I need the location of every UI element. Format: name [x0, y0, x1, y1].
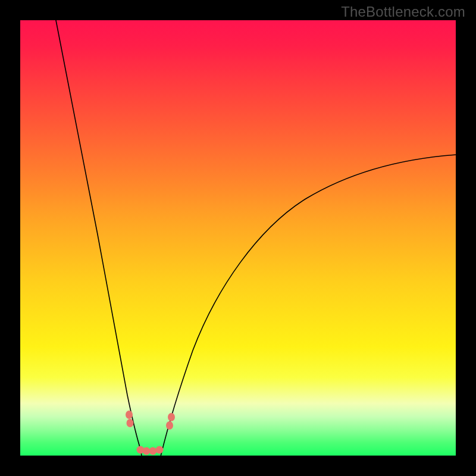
marker-left-pair-bottom — [127, 419, 134, 427]
data-markers — [126, 411, 175, 455]
marker-right-pair-top — [168, 413, 175, 421]
marker-left-pair-top — [126, 411, 133, 419]
curve-left — [55, 17, 142, 456]
curve-right — [161, 155, 456, 456]
marker-right-pair-bottom — [166, 421, 173, 430]
outer-frame: TheBottleneck.com — [0, 0, 476, 476]
marker-valley-d — [156, 446, 164, 454]
watermark-text: TheBottleneck.com — [341, 4, 465, 20]
plot-overlay — [20, 20, 456, 456]
plot-area — [20, 20, 456, 456]
marker-valley-c — [149, 447, 157, 455]
